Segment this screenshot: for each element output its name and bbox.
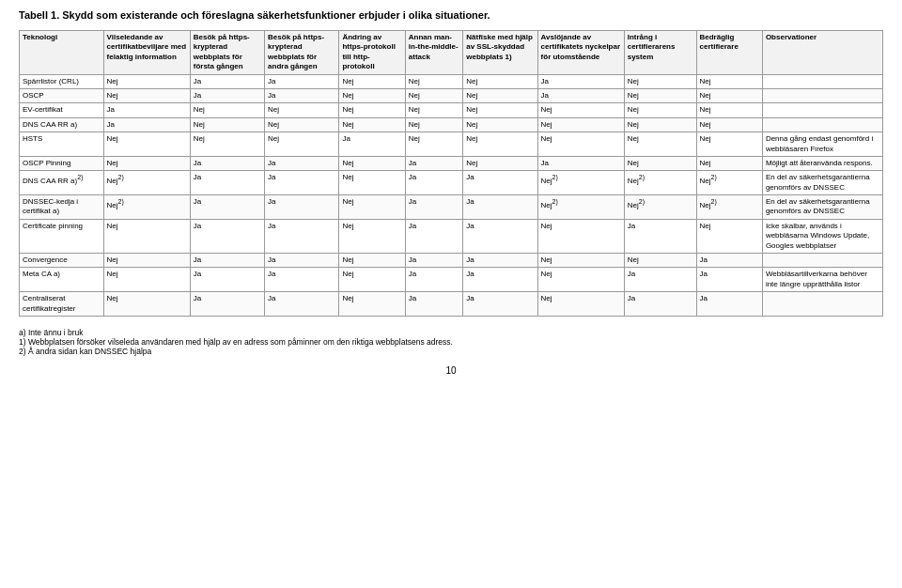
col-header-natfiske: Nätfiske med hjälp av SSL-skyddad webbpl… <box>463 31 537 75</box>
value-cell <box>762 117 882 132</box>
value-cell: Nej <box>537 132 624 157</box>
col-header-intrang: Intrång i certifierarens system <box>624 31 696 75</box>
value-cell <box>762 103 882 117</box>
value-cell: Nej2) <box>103 195 190 220</box>
table-row: OSCP PinningNejJaJaNejJaNejJaNejNejMöjli… <box>20 156 883 170</box>
value-cell: Nej <box>339 74 405 88</box>
value-cell: Möjligt att återanvända respons. <box>762 156 882 170</box>
table-row: HSTSNejNejNejJaNejNejNejNejNejDenna gång… <box>20 132 883 157</box>
value-cell <box>762 74 882 88</box>
value-cell: Ja <box>103 103 190 117</box>
table-row: DNS CAA RR a)2)Nej2)JaJaNejJaJaNej2)Nej2… <box>20 171 883 195</box>
value-cell: Ja <box>624 219 696 253</box>
table-row: DNS CAA RR a)JaNejNejNejNejNejNejNejNej <box>20 117 883 132</box>
value-cell: Nej <box>696 219 762 253</box>
value-cell: En del av säkerhetsgarantierna genomförs… <box>762 171 882 195</box>
value-cell: Ja <box>463 254 537 268</box>
value-cell: Nej <box>103 268 190 292</box>
footnote-item: 1) Webbplatsen försöker vilseleda använd… <box>19 337 883 347</box>
value-cell: Nej2) <box>537 171 624 195</box>
value-cell: Ja <box>190 219 264 253</box>
value-cell: Ja <box>696 254 762 268</box>
value-cell: Ja <box>537 74 624 88</box>
table-row: OSCPNejJaJaNejNejNejJaNejNej <box>20 88 883 102</box>
value-cell: Ja <box>463 171 537 195</box>
col-header-http1: Besök på https-krypterad webbplats för f… <box>190 31 264 75</box>
value-cell: Nej <box>339 254 405 268</box>
value-cell: Nej <box>103 74 190 88</box>
value-cell: Nej <box>696 74 762 88</box>
value-cell: Nej <box>103 219 190 253</box>
footnote-item: a) Inte ännu i bruk <box>19 328 883 337</box>
value-cell: Ja <box>190 195 264 220</box>
tech-cell: Meta CA a) <box>20 268 104 292</box>
col-header-annan: Annan man-in-the-middle-attack <box>405 31 462 75</box>
page-title: Tabell 1. Skydd som existerande och före… <box>19 9 883 21</box>
tech-cell: DNSSEC-kedja i certifikat a) <box>20 195 104 220</box>
value-cell: Nej <box>265 132 339 157</box>
table-row: Spärrlistor (CRL)NejJaJaNejNejNejJaNejNe… <box>20 74 883 88</box>
table-row: Meta CA a)NejJaJaNejJaJaNejJaJaWebbläsar… <box>20 268 883 292</box>
value-cell: Ja <box>265 219 339 253</box>
value-cell: Nej <box>696 156 762 170</box>
footnote-item: 2) Å andra sidan kan DNSSEC hjälpa <box>19 347 883 356</box>
value-cell: Ja <box>190 268 264 292</box>
value-cell: Nej <box>339 88 405 102</box>
value-cell: Nej <box>537 254 624 268</box>
value-cell: Icke skalbar, används i webbläsarna Wind… <box>762 219 882 253</box>
value-cell: Nej <box>190 117 264 132</box>
table-row: ConvergenceNejJaJaNejJaJaNejNejJa <box>20 254 883 268</box>
value-cell: Nej <box>103 156 190 170</box>
value-cell: Nej <box>537 103 624 117</box>
value-cell: Nej2) <box>624 171 696 195</box>
tech-cell: OSCP Pinning <box>20 156 104 170</box>
value-cell: Ja <box>103 117 190 132</box>
value-cell: Ja <box>463 292 537 317</box>
tech-cell: HSTS <box>20 132 104 157</box>
value-cell: Nej <box>696 88 762 102</box>
value-cell: Ja <box>190 156 264 170</box>
value-cell: Nej <box>405 103 462 117</box>
value-cell: Ja <box>405 219 462 253</box>
value-cell: Nej <box>339 268 405 292</box>
value-cell: Nej <box>537 292 624 317</box>
footnotes-section: a) Inte ännu i bruk1) Webbplatsen försök… <box>19 328 883 356</box>
table-row: Certificate pinningNejJaJaNejJaJaNejJaNe… <box>20 219 883 253</box>
value-cell: Ja <box>265 156 339 170</box>
tech-cell: EV-certifikat <box>20 103 104 117</box>
value-cell: Nej <box>190 132 264 157</box>
value-cell: Nej <box>624 74 696 88</box>
tech-cell: Centraliserat certifikatregister <box>20 292 104 317</box>
table-row: DNSSEC-kedja i certifikat a)Nej2)JaJaNej… <box>20 195 883 220</box>
value-cell: Nej <box>339 292 405 317</box>
value-cell: Ja <box>339 132 405 157</box>
value-cell: Nej <box>339 195 405 220</box>
value-cell: Nej <box>103 254 190 268</box>
col-header-avslojande: Avslöjande av certifikatets nyckelpar fö… <box>537 31 624 75</box>
value-cell: Nej2) <box>624 195 696 220</box>
page-number: 10 <box>19 365 883 376</box>
value-cell: Nej <box>624 117 696 132</box>
value-cell: Nej <box>537 219 624 253</box>
value-cell: Ja <box>696 292 762 317</box>
value-cell: Denna gång endast genomförd i webbläsare… <box>762 132 882 157</box>
col-header-obs: Observationer <box>762 31 882 75</box>
value-cell: Ja <box>265 74 339 88</box>
col-header-http2: Besök på https-krypterad webbplats för a… <box>265 31 339 75</box>
tech-cell: Convergence <box>20 254 104 268</box>
value-cell: Ja <box>463 219 537 253</box>
value-cell: Nej2) <box>696 171 762 195</box>
value-cell: Nej <box>405 117 462 132</box>
value-cell: Nej <box>463 74 537 88</box>
value-cell: Ja <box>190 88 264 102</box>
value-cell: Ja <box>463 268 537 292</box>
value-cell: Ja <box>265 268 339 292</box>
value-cell: Nej <box>624 132 696 157</box>
tech-cell: Spärrlistor (CRL) <box>20 74 104 88</box>
value-cell: Nej <box>339 171 405 195</box>
value-cell: Nej <box>624 103 696 117</box>
value-cell: Ja <box>405 292 462 317</box>
value-cell: Ja <box>537 88 624 102</box>
tech-cell: DNS CAA RR a)2) <box>20 171 104 195</box>
value-cell: Ja <box>405 171 462 195</box>
